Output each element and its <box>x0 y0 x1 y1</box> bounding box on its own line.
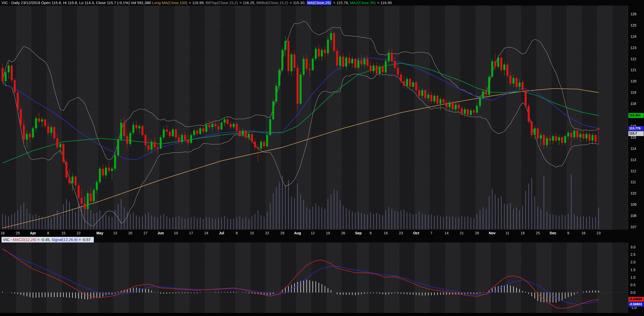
x-tick-label: 28 <box>471 231 483 235</box>
indicator-value: = 116.95 <box>376 1 392 5</box>
x-tick-label: Dec <box>547 231 559 235</box>
x-tick-label: 7 <box>425 231 438 235</box>
x-tick-label: Apr <box>27 231 39 235</box>
price-axis-label: 109 <box>630 202 636 207</box>
price-axis-label: 122 <box>630 57 636 61</box>
x-tick-label: Nov <box>486 231 498 235</box>
price-axis-label: 126 <box>630 12 636 16</box>
macd-chart[interactable] <box>0 242 628 313</box>
x-tick-label: 24 <box>200 231 212 235</box>
price-axis-label: 107 <box>630 225 636 229</box>
macd-pane-title: VIC - MACD(12,26) = -0.45, Signal(12,26,… <box>0 237 628 242</box>
x-tick-label: 29 <box>276 231 289 235</box>
x-tick-label: 18 <box>0 231 9 235</box>
macd-title-segment: = -0.45, <box>36 237 52 242</box>
macd-value-tag: -0.44688 <box>628 297 644 302</box>
price-axis-label: 112 <box>630 169 636 173</box>
macd-axis-label: 3.0 <box>630 245 635 249</box>
price-axis-label: 110 <box>630 191 636 196</box>
x-tick-label: 8 <box>42 231 54 235</box>
x-tick-label: 9 <box>562 231 574 235</box>
price-axis-label: 124 <box>630 34 636 39</box>
last-close-tag: 115.7 <box>628 131 644 136</box>
x-tick-label: 20 <box>124 231 136 235</box>
indicator-value: = 115.30, <box>289 1 306 5</box>
x-tick-label: 23 <box>592 231 605 235</box>
x-tick-label: Jun <box>155 231 167 235</box>
price-axis-label: 108 <box>630 213 636 218</box>
x-tick-label: 16 <box>577 231 590 235</box>
x-tick-label: 25 <box>12 231 24 235</box>
macd-axis-label: 0.5 <box>630 283 635 287</box>
x-tick-label: 22 <box>73 231 85 235</box>
x-axis[interactable]: 1825Apr81522May132027Jun101724Jul8152229… <box>0 230 628 237</box>
x-tick-label: 18 <box>516 231 529 235</box>
x-tick-label: Sep <box>352 231 364 235</box>
price-axis-label: 113 <box>630 157 636 162</box>
x-tick-label: 15 <box>246 231 258 235</box>
macd-title-segment: = -0.57 <box>77 237 90 242</box>
x-tick-label: 27 <box>139 231 152 235</box>
indicator-label: MA(Close,25) <box>307 1 332 5</box>
indicator-label: MA2(Close,35) <box>350 1 376 5</box>
x-tick-label: 15 <box>57 231 70 235</box>
macd-axis-label: 1.0 <box>630 275 635 280</box>
macd-axis-label: 0.0 <box>630 290 635 295</box>
x-tick-label: 13 <box>109 231 121 235</box>
x-tick-label: 19 <box>322 231 334 235</box>
x-tick-label: 25 <box>532 231 544 235</box>
price-axis-label: 121 <box>630 68 636 72</box>
indicator-values: Long MA(Close,100) = 118.99, BBTop(Close… <box>152 1 392 5</box>
indicator-value: = 118.99, <box>188 1 206 5</box>
x-tick-label: 17 <box>185 231 197 235</box>
macd-title-text: VIC - MACD(12,26) = -0.45, Signal(12,26,… <box>2 237 94 242</box>
macd-title-segment: MACD(12,26) <box>13 237 36 242</box>
price-axis-label: 125 <box>630 23 636 28</box>
macd-axis-label: 2.0 <box>630 260 635 264</box>
x-tick-label: 14 <box>440 231 453 235</box>
price-axis-label: 118 <box>630 101 636 106</box>
x-tick-label: 22 <box>261 231 273 235</box>
x-tick-label: Aug <box>291 231 304 235</box>
price-pane-title: VIC - Daily 23/12/2019 Open 115.8, Hi 11… <box>0 0 628 6</box>
indicator-label: Long MA(Close,100) <box>152 1 187 5</box>
ma25-price-tag: 115.776 <box>628 126 644 131</box>
x-tick-label: 12 <box>307 231 319 235</box>
x-tick-label: Oct <box>410 231 422 235</box>
price-axis[interactable]: 1071081091101111121131141151161171181191… <box>628 0 644 316</box>
x-tick-label: 26 <box>337 231 349 235</box>
x-tick-label: Jul <box>215 231 228 235</box>
signal-value-tag: -0.56903 <box>628 302 644 307</box>
price-axis-label: 111 <box>630 180 636 184</box>
x-tick-label: 23 <box>395 231 407 235</box>
price-axis-label: 119 <box>630 90 636 95</box>
trading-app-window: VIC - Daily 23/12/2019 Open 115.8, Hi 11… <box>0 0 644 316</box>
indicator-label: BBTop(Close,15,2) <box>206 1 238 5</box>
price-axis-label: 120 <box>630 79 636 83</box>
x-tick-label: 9 <box>364 231 377 235</box>
macd-axis-label: 2.5 <box>630 252 635 257</box>
indicator-label: BBBot(Close,15,2) <box>256 1 288 5</box>
price-chart[interactable] <box>0 6 628 230</box>
ma35-price-tag: 116.954 <box>628 113 644 118</box>
macd-title-segment: VIC - <box>3 237 13 242</box>
x-tick-label: 21 <box>456 231 468 235</box>
indicator-value: = 116.25, <box>238 1 256 5</box>
price-axis-label: 123 <box>630 45 636 50</box>
macd-axis-label: 1.5 <box>630 268 635 272</box>
x-tick-label: 11 <box>501 231 513 235</box>
x-tick-label: 8 <box>231 231 243 235</box>
price-axis-label: 114 <box>630 146 636 151</box>
x-tick-label: 10 <box>170 231 182 235</box>
indicator-value: = 115.78, <box>332 1 350 5</box>
symbol-ohlc-text: VIC - Daily 23/12/2019 Open 115.8, Hi 11… <box>2 1 152 5</box>
x-tick-label: 16 <box>379 231 392 235</box>
x-tick-label: May <box>94 231 106 235</box>
macd-title-segment: Signal(12,26,9) <box>52 237 78 242</box>
